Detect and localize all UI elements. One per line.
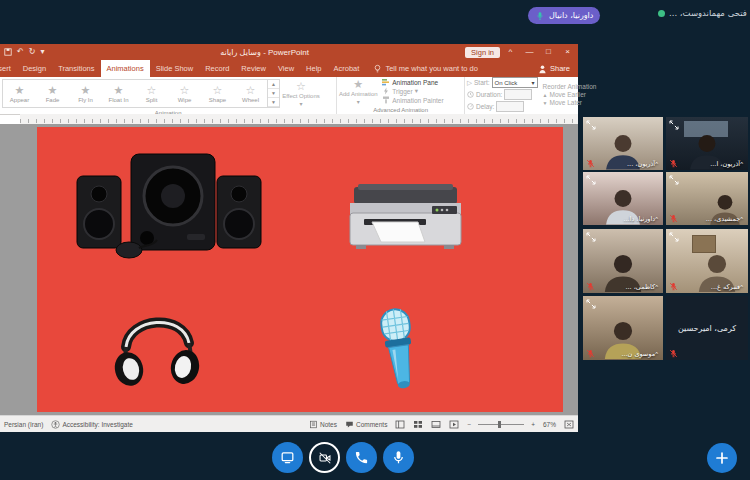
duration-input[interactable] <box>504 89 532 100</box>
reading-view-icon <box>431 420 441 429</box>
animation-pane-button[interactable]: Animation Pane <box>382 78 443 86</box>
zoom-level[interactable]: 67% <box>539 421 560 428</box>
normal-view-button[interactable] <box>391 420 409 429</box>
expand-icon[interactable] <box>669 120 679 130</box>
delay-input[interactable] <box>496 101 524 112</box>
tell-me-box[interactable]: Tell me what you want to do <box>365 64 486 74</box>
reorder-animation-title: Reorder Animation <box>543 83 597 90</box>
tab-review[interactable]: Review <box>235 60 272 77</box>
participant-tile-active-speaker[interactable]: داورنیا، دا... ^ <box>583 172 663 225</box>
microphone-image[interactable] <box>371 302 427 397</box>
move-earlier-button[interactable]: ▲ Move Earlier <box>543 91 597 98</box>
slide-sorter-view-button[interactable] <box>409 420 427 429</box>
close-button[interactable]: × <box>559 45 576 59</box>
expand-icon[interactable] <box>586 120 596 130</box>
signal-caret-icon: ^ <box>740 161 743 167</box>
effect-wipe[interactable]: ☆Wipe <box>168 80 201 107</box>
sign-in-button[interactable]: Sign in <box>465 47 500 58</box>
language-status[interactable]: Persian (Iran) <box>0 421 47 428</box>
call-button[interactable] <box>346 442 377 473</box>
participant-tile[interactable]: کاظمی، ... ^ <box>583 229 663 293</box>
ribbon-group-animation: ★Appear ★Fade ★Fly In ★Float In ☆Split ☆… <box>0 77 337 114</box>
effect-options-icon: ☆ <box>296 81 306 92</box>
effect-fly-in[interactable]: ★Fly In <box>69 80 102 107</box>
participant-tile[interactable]: آذریون، ... ^ <box>583 117 663 170</box>
add-participant-button[interactable] <box>707 443 737 473</box>
effect-appear[interactable]: ★Appear <box>3 80 36 107</box>
animation-painter-button[interactable]: Animation Painter <box>382 96 443 104</box>
participant-tile[interactable]: قنبرکه غ... ^ <box>666 229 748 293</box>
participant-name: موسوی ن... <box>621 350 655 358</box>
delay-clock-icon <box>467 103 474 110</box>
effect-float-in[interactable]: ★Float In <box>102 80 135 107</box>
gallery-down-icon[interactable]: ▼ <box>268 89 279 98</box>
ribbon-display-options-icon[interactable]: ^ <box>502 45 519 59</box>
star-icon: ☆ <box>147 85 157 96</box>
expand-icon[interactable] <box>669 232 679 242</box>
expand-icon[interactable] <box>669 175 679 185</box>
reading-view-button[interactable] <box>427 420 445 429</box>
microphone-button[interactable] <box>383 442 414 473</box>
gallery-more-icon[interactable]: ▼ <box>268 98 279 107</box>
screen-share-button[interactable] <box>272 442 303 473</box>
expand-icon[interactable] <box>586 175 596 185</box>
tab-transitions[interactable]: Transitions <box>52 60 100 77</box>
tab-help[interactable]: Help <box>300 60 327 77</box>
participant-tile[interactable]: آذریون، ا... ^ <box>666 117 748 170</box>
comments-button[interactable]: Comments <box>341 420 391 429</box>
participant-tile[interactable]: موسوی ن... ^ <box>583 296 663 360</box>
active-speaker-badge[interactable]: داورنیا، دانیال <box>528 7 600 24</box>
phone-icon <box>354 450 369 465</box>
effect-fade[interactable]: ★Fade <box>36 80 69 107</box>
tab-animations[interactable]: Animations <box>101 60 150 77</box>
tab-slide-show[interactable]: Slide Show <box>150 60 200 77</box>
normal-view-icon <box>395 420 405 429</box>
zoom-out-button[interactable]: − <box>463 421 475 428</box>
slideshow-view-button[interactable] <box>445 420 463 429</box>
effect-wheel[interactable]: ☆Wheel <box>234 80 267 107</box>
fit-slide-button[interactable] <box>560 420 578 429</box>
participant-tile[interactable]: جمشیدی، ... ^ <box>666 172 748 225</box>
expand-icon[interactable] <box>586 299 596 309</box>
trigger-button[interactable]: Trigger ▾ <box>382 87 443 95</box>
participant-tile-no-video[interactable]: کرمی، امیرحسین <box>666 296 748 360</box>
video-toggle-button[interactable] <box>309 442 340 473</box>
redo-icon[interactable]: ↻ <box>29 48 36 56</box>
call-controls <box>272 442 414 473</box>
gallery-up-icon[interactable]: ▲ <box>268 80 279 89</box>
qat-dropdown-icon[interactable]: ▾ <box>40 48 44 56</box>
effect-split[interactable]: ☆Split <box>135 80 168 107</box>
plus-icon <box>714 450 730 466</box>
tab-record[interactable]: Record <box>199 60 235 77</box>
start-select[interactable]: On Click ▾ <box>492 77 538 88</box>
effect-options-button[interactable]: ☆ Effect Options ▾ <box>280 77 322 109</box>
tab-acrobat[interactable]: Acrobat <box>328 60 366 77</box>
share-button[interactable]: Share <box>538 64 578 74</box>
add-animation-button[interactable]: ★ Add Animation ▾ <box>337 77 379 106</box>
tab-insert[interactable]: Insert <box>0 60 17 77</box>
notes-button[interactable]: Notes <box>305 420 341 429</box>
move-later-button[interactable]: ▼ Move Later <box>543 99 597 106</box>
expand-icon[interactable] <box>586 232 596 242</box>
signal-caret-icon: ^ <box>740 216 743 222</box>
screen-share-icon <box>280 450 295 465</box>
zoom-in-button[interactable]: + <box>527 421 539 428</box>
star-icon: ☆ <box>180 85 190 96</box>
star-icon: ☆ <box>213 85 223 96</box>
headphones-image[interactable] <box>111 303 202 395</box>
undo-icon[interactable]: ↶ <box>17 48 24 56</box>
tab-view[interactable]: View <box>272 60 300 77</box>
maximize-button[interactable]: □ <box>540 45 557 59</box>
zoom-slider[interactable] <box>478 424 524 425</box>
participant-name: جمشیدی، ... <box>706 215 740 223</box>
tab-design[interactable]: Design <box>17 60 52 77</box>
printer-image[interactable] <box>344 181 467 256</box>
speakers-image[interactable] <box>69 146 269 264</box>
muted-mic-icon <box>669 349 678 358</box>
save-icon[interactable] <box>4 48 12 56</box>
effect-shape[interactable]: ☆Shape <box>201 80 234 107</box>
minimize-button[interactable]: — <box>521 45 538 59</box>
zoom-slider-thumb[interactable] <box>498 421 501 428</box>
accessibility-status[interactable]: Accessibility: Investigate <box>47 420 136 429</box>
slide[interactable] <box>37 127 563 412</box>
